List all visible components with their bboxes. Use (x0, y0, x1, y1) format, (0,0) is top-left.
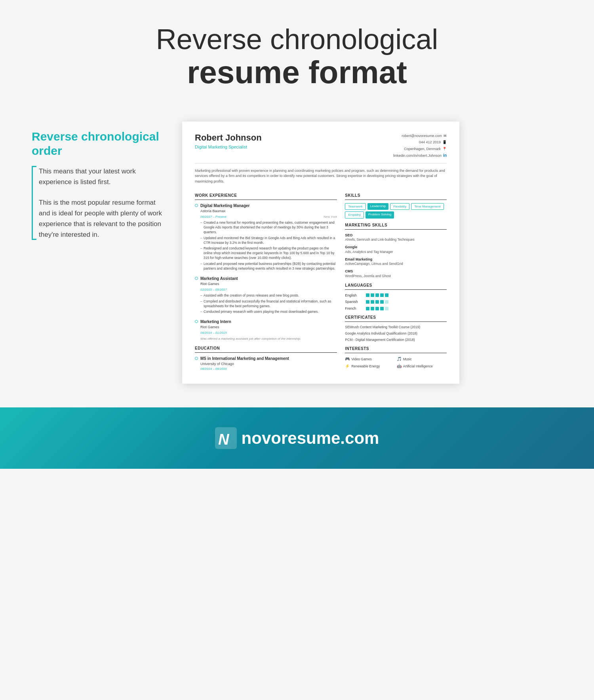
edu-degree-1: MS in International Marketing and Manage… (200, 356, 337, 361)
bullet-2-1: Assisted with the creation of press rele… (200, 293, 337, 298)
job-location-1: New York (324, 215, 337, 219)
bullet-1-2: Updated and monitored the Bid Strategy i… (200, 236, 337, 245)
job-entry-3: Marketing Intern Riot Games 08/2014 – 01… (195, 319, 337, 341)
contact-email: robert@novoresume.com ✉ (393, 133, 447, 139)
certificates-header: CERTIFICATES (345, 315, 447, 322)
interest-ai: 🤖 Artificial Intelligence (397, 363, 447, 369)
cert-3: PCM - Digital Management Certification (… (345, 338, 447, 342)
resume-left-col: WORK EXPERIENCE Digital Marketing Manage… (195, 189, 337, 371)
left-panel-text-2: This is the most popular resume format a… (39, 197, 166, 240)
header-title-light: Reverse chronological (16, 24, 578, 55)
interest-videogames: 🎮 Video Games (345, 356, 395, 362)
job-dot-3 (195, 320, 198, 323)
skill-empathy: Empathy (345, 211, 364, 218)
cert-1: SEMrush Content Marketing Toolkit Course… (345, 325, 447, 329)
skill-flexibility: Flexibility (390, 203, 409, 210)
skill-leadership: Leadership (367, 203, 389, 210)
interests-grid: 🎮 Video Games 🎵 Music ⚡ Renewable Energy… (345, 356, 447, 369)
job-title-2: Marketing Assistant (200, 276, 337, 282)
bullet-2-2: Compiled and distributed successfully th… (200, 299, 337, 309)
edu-entry-1: MS in International Marketing and Manage… (195, 356, 337, 371)
contact-location: Copenhagen, Denmark 📍 (393, 146, 447, 152)
lang-spanish-dots (366, 300, 388, 304)
job-meta-2: 02/2015 – 05/2017 (200, 287, 337, 292)
skills-header: SKILLS (345, 193, 447, 200)
ai-icon: 🤖 (397, 363, 402, 369)
job-company-1: Astoria Baumax (200, 209, 337, 214)
work-experience-header: WORK EXPERIENCE (195, 193, 337, 200)
svg-text:N: N (218, 431, 230, 448)
skill-teamwork: Teamwork (345, 203, 366, 210)
lang-french: French (345, 306, 447, 311)
bullet-2-3: Conducted primary research with users pl… (200, 310, 337, 314)
resume-name-block: Robert Johnson Digital Marketing Special… (195, 133, 262, 150)
job-dot-1 (195, 204, 198, 207)
phone-icon: 📱 (442, 139, 447, 145)
job-title-1: Digital Marketing Manager (200, 203, 337, 209)
interests-header: INTERESTS (345, 346, 447, 353)
resume-name: Robert Johnson (195, 133, 262, 143)
languages-header: LANGUAGES (345, 283, 447, 290)
marketing-skill-cms: CMS WordPress, Joomla and Ghost (345, 269, 447, 278)
edu-school-1: University of Chicago (200, 361, 337, 367)
job-note-3: Was offered a marketing assistant job af… (200, 337, 337, 341)
left-panel: Reverse chronological order This means t… (32, 122, 166, 249)
job-meta-3: 08/2014 – 01/2015 (200, 331, 337, 335)
job-dot-2 (195, 277, 198, 280)
resume-job-title: Digital Marketing Specialist (195, 144, 262, 150)
bullet-1-4: Located and proposed new potential busin… (200, 262, 337, 271)
email-icon: ✉ (444, 133, 447, 139)
marketing-skill-seo: SEO Ahrefs, Semrush and Link-building Te… (345, 233, 447, 242)
resume-right-col: SKILLS Teamwork Leadership Flexibility T… (345, 189, 447, 371)
job-entry-2: Marketing Assistant Riot Games 02/2015 –… (195, 276, 337, 314)
job-title-3: Marketing Intern (200, 319, 337, 325)
job-entry-1: Digital Marketing Manager Astoria Baumax… (195, 203, 337, 271)
resume-paper: Robert Johnson Digital Marketing Special… (182, 122, 459, 384)
header-section: Reverse chronological resume format (0, 0, 594, 106)
linkedin-icon: in (443, 152, 447, 159)
bullet-1-3: Redesigned and conducted keyword researc… (200, 246, 337, 261)
job-dates-1: 06/2017 – Present (200, 215, 226, 219)
footer-section: N novoresume.com (0, 407, 594, 469)
interest-renewable: ⚡ Renewable Energy (345, 363, 395, 369)
resume-header: Robert Johnson Digital Marketing Special… (195, 133, 447, 164)
footer-brand: novoresume.com (242, 429, 379, 448)
marketing-skill-email: Email Marketing ActiveCampaign, Litmus a… (345, 257, 447, 266)
lang-french-dots (366, 307, 388, 310)
left-panel-text-1: This means that your latest work experie… (39, 166, 166, 187)
education-header: EDUCATION (195, 346, 337, 353)
edu-dates-1: 08/2014 – 06/2016 (200, 367, 337, 371)
renewable-icon: ⚡ (345, 363, 350, 369)
footer-logo: N novoresume.com (215, 427, 379, 449)
main-content: Reverse chronological order This means t… (0, 106, 594, 399)
marketing-skill-google: Google Ads, Analytics and Tag Manager (345, 245, 447, 254)
job-company-2: Riot Games (200, 282, 337, 287)
interest-music: 🎵 Music (397, 356, 447, 362)
job-bullets-2: Assisted with the creation of press rele… (200, 293, 337, 315)
location-icon: 📍 (442, 146, 447, 152)
resume-summary: Marketing professional with proven exper… (195, 168, 447, 185)
videogames-icon: 🎮 (345, 356, 350, 362)
lang-english-dots (366, 293, 388, 297)
bracket-wrapper: This means that your latest work experie… (32, 166, 166, 249)
skill-time-mgmt: Time Management (411, 203, 444, 210)
job-bullets-1: Created a new format for reporting and p… (200, 221, 337, 271)
resume-columns: WORK EXPERIENCE Digital Marketing Manage… (195, 189, 447, 371)
job-meta-1: 06/2017 – Present New York (200, 215, 337, 219)
lang-english: English (345, 293, 447, 298)
cert-2: Google Analytics Individual Qualificatio… (345, 331, 447, 336)
left-panel-title: Reverse chronological order (32, 129, 166, 158)
skill-problem-solving: Problem Solving (366, 211, 394, 218)
lang-spanish: Spanish (345, 299, 447, 304)
novoresume-n-logo: N (215, 427, 237, 449)
music-icon: 🎵 (397, 356, 402, 362)
job-dates-3: 08/2014 – 01/2015 (200, 331, 227, 335)
skills-tags: Teamwork Leadership Flexibility Time Man… (345, 203, 447, 218)
bullet-1-1: Created a new format for reporting and p… (200, 221, 337, 235)
marketing-skills-header: MARKETING SKILLS (345, 223, 447, 230)
job-dates-2: 02/2015 – 05/2017 (200, 287, 227, 292)
contact-phone: 044 412 2019 📱 (393, 139, 447, 145)
header-title-bold: resume format (16, 55, 578, 90)
resume-contact: robert@novoresume.com ✉ 044 412 2019 📱 C… (393, 133, 447, 159)
edu-dot-1 (195, 357, 198, 360)
